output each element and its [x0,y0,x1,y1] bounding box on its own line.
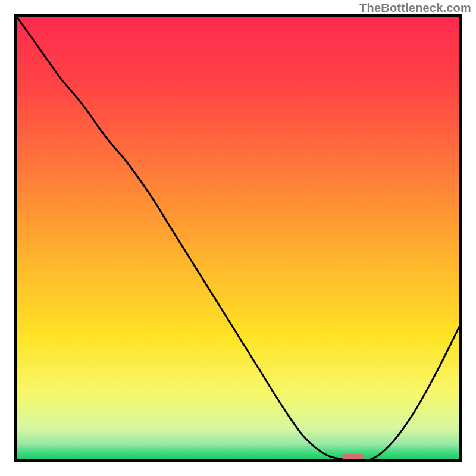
watermark: TheBottleneck.com [359,1,471,15]
curve-svg [17,17,459,459]
chart-frame [14,14,462,462]
optimal-marker [342,454,364,459]
plot-area [17,17,459,459]
bottleneck-curve [17,17,459,459]
